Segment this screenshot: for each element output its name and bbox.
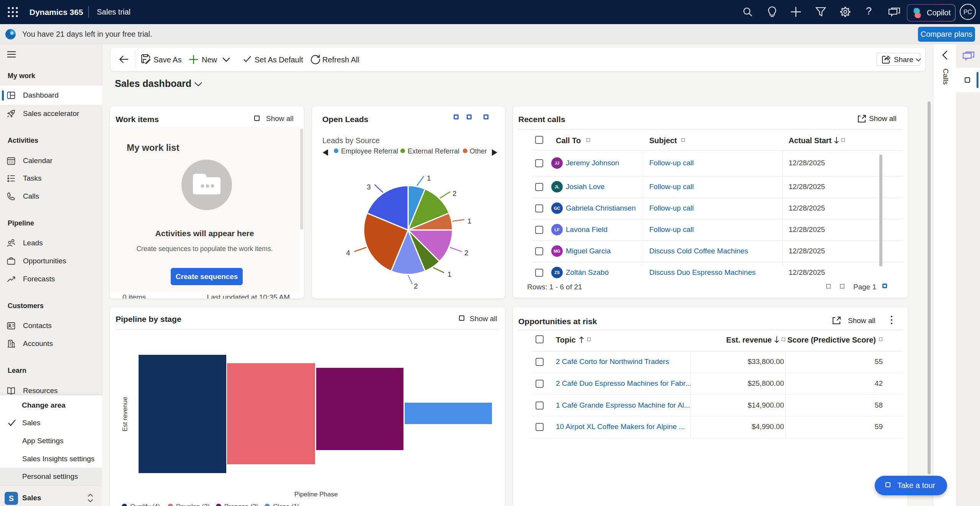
- svg-text:2: 2: [452, 189, 457, 198]
- svg-text:3: 3: [367, 183, 371, 191]
- svg-text:2: 2: [464, 249, 469, 257]
- svg-text:4: 4: [346, 249, 350, 257]
- svg-text:1: 1: [448, 270, 452, 278]
- svg-text:1: 1: [467, 217, 472, 225]
- svg-text:1: 1: [427, 174, 431, 182]
- svg-text:2: 2: [414, 282, 418, 290]
